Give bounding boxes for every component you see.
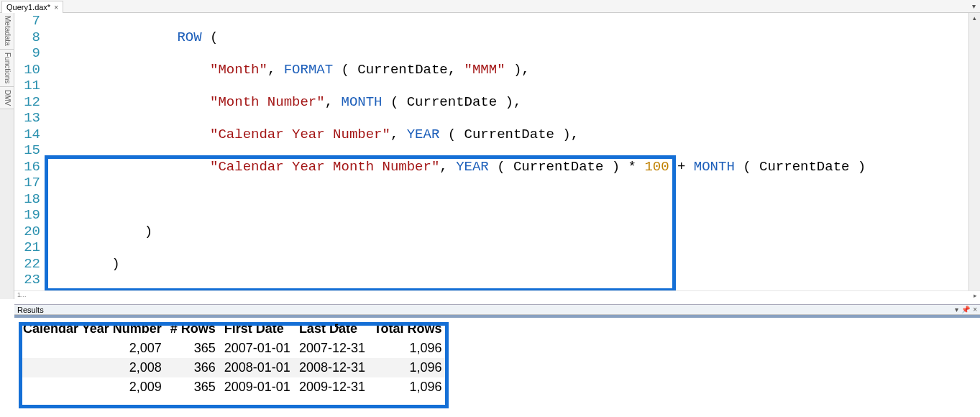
cell: 2009-12-31 <box>296 377 371 397</box>
col-header[interactable]: # Rows <box>168 319 221 339</box>
cell: 1,096 <box>371 377 448 397</box>
cell: 365 <box>168 339 221 358</box>
code-line: ) <box>46 256 979 272</box>
line-number: 20 <box>14 224 40 240</box>
line-number: 11 <box>14 78 40 94</box>
results-table[interactable]: Calendar Year Number # Rows First Date L… <box>20 319 448 397</box>
line-number: 14 <box>14 127 40 143</box>
results-panel-header: Results ▾ 📌 × <box>14 304 980 315</box>
line-number: 19 <box>14 207 40 224</box>
line-number: 16 <box>14 159 40 175</box>
line-number: 18 <box>14 191 40 208</box>
table-row[interactable]: 2,007 365 2007-01-01 2007-12-31 1,096 <box>20 339 448 358</box>
tab-overflow-icon[interactable]: ▾ <box>972 2 976 10</box>
panel-pin-icon[interactable]: 📌 <box>961 306 970 313</box>
cell: 2009-01-01 <box>221 377 296 397</box>
scroll-right-icon[interactable]: ▸ <box>974 292 977 299</box>
sidebar-tab-functions[interactable]: Functions <box>0 50 14 87</box>
code-editor[interactable]: 7 8 9 10 11 12 13 14 15 16 17 18 19 20 2… <box>14 13 980 299</box>
scroll-up-icon[interactable]: ▴ <box>969 13 980 23</box>
cell: 2,008 <box>20 358 168 377</box>
line-number: 23 <box>14 272 40 288</box>
line-number: 10 <box>14 62 40 78</box>
document-tabs: Query1.dax* × ▾ <box>0 0 980 13</box>
col-header[interactable]: Calendar Year Number <box>20 319 168 339</box>
close-icon[interactable]: × <box>54 4 58 12</box>
panel-close-icon[interactable]: × <box>973 306 977 313</box>
cell: 1,096 <box>371 358 448 377</box>
results-title: Results <box>17 306 44 314</box>
line-number: 12 <box>14 94 40 111</box>
line-number: 22 <box>14 256 40 272</box>
line-number: 7 <box>14 13 40 29</box>
code-line: "Calendar Year Number", YEAR ( CurrentDa… <box>46 127 979 143</box>
results-header-row: Calendar Year Number # Rows First Date L… <box>20 319 448 339</box>
line-gutter: 7 8 9 10 11 12 13 14 15 16 17 18 19 20 2… <box>14 13 46 299</box>
line-number: 15 <box>14 142 40 159</box>
cell: 366 <box>168 358 221 377</box>
code-line: "Month Number", MONTH ( CurrentDate ), <box>46 94 979 111</box>
code-line: "Calendar Year Month Number", YEAR ( Cur… <box>46 159 979 175</box>
sidebar-tab-metadata[interactable]: Metadata <box>0 13 14 50</box>
code-line: ROW ( <box>46 29 979 46</box>
line-number: 8 <box>14 29 40 46</box>
cell: 2008-12-31 <box>296 358 371 377</box>
side-panel-tabs: Metadata Functions DMV <box>0 13 14 299</box>
sidebar-tab-dmv[interactable]: DMV <box>0 87 14 109</box>
editor-status-bar: 1... ▸ <box>14 290 980 299</box>
table-row[interactable]: 2,009 365 2009-01-01 2009-12-31 1,096 <box>20 377 448 397</box>
table-row[interactable]: 2,008 366 2008-01-01 2008-12-31 1,096 <box>20 358 448 377</box>
editor-status-left: 1... <box>17 291 27 298</box>
col-header[interactable]: Last Date <box>296 319 371 339</box>
vertical-scrollbar[interactable]: ▴ <box>968 13 980 299</box>
line-number: 13 <box>14 110 40 127</box>
cell: 2,009 <box>20 377 168 397</box>
col-header[interactable]: Total Rows <box>371 319 448 339</box>
cell: 2007-01-01 <box>221 339 296 358</box>
cell: 1,096 <box>371 339 448 358</box>
cell: 365 <box>168 377 221 397</box>
cell: 2007-12-31 <box>296 339 371 358</box>
code-line <box>46 191 979 208</box>
panel-dropdown-icon[interactable]: ▾ <box>955 306 958 313</box>
line-number: 17 <box>14 175 40 191</box>
cell: 2008-01-01 <box>221 358 296 377</box>
results-panel: Calendar Year Number # Rows First Date L… <box>14 315 980 417</box>
code-line: ) <box>46 224 979 240</box>
line-number: 21 <box>14 239 40 256</box>
line-number: 9 <box>14 45 40 62</box>
cell: 2,007 <box>20 339 168 358</box>
code-line: "Month", FORMAT ( CurrentDate, "MMM" ), <box>46 62 979 78</box>
col-header[interactable]: First Date <box>221 319 296 339</box>
tab-query1[interactable]: Query1.dax* × <box>1 1 63 13</box>
code-area[interactable]: ROW ( "Month", FORMAT ( CurrentDate, "MM… <box>46 13 979 299</box>
tab-label: Query1.dax* <box>6 3 50 12</box>
